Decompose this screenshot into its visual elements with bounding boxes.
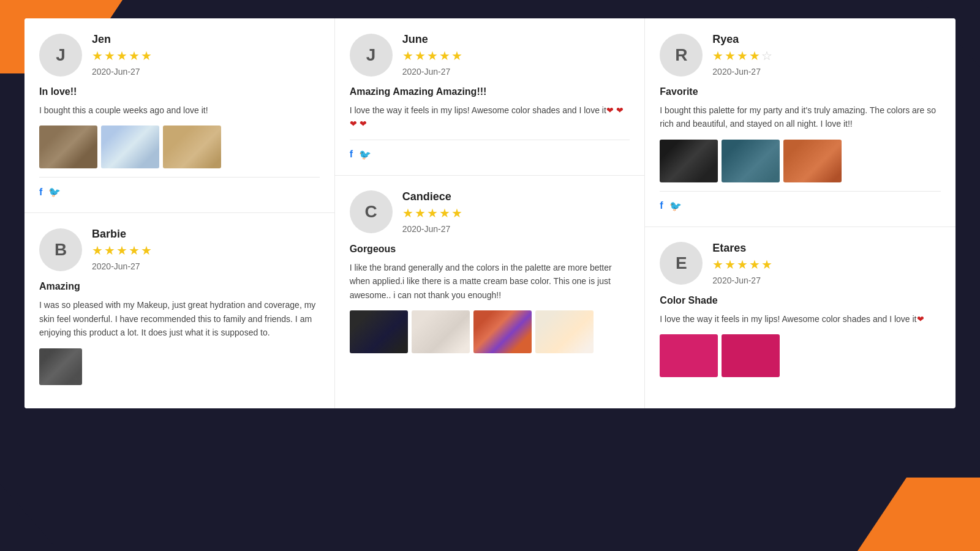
star-1: ★ [92, 48, 103, 63]
review-image-ryea-3 [783, 140, 842, 182]
review-image-candiece-3 [473, 310, 532, 353]
stars-barbie: ★ ★ ★ ★ ★ [92, 243, 152, 258]
review-date-candiece: 2020-Jun-27 [402, 224, 462, 234]
reviews-container: J Jen ★ ★ ★ ★ ★ 2020-Jun-27 In love!! I … [24, 18, 956, 408]
star-5: ★ [451, 48, 462, 63]
review-date-etares: 2020-Jun-27 [712, 276, 772, 285]
review-body-barbie: I was so pleased with my Makeup, just gr… [39, 298, 320, 339]
star-1: ★ [712, 257, 723, 272]
review-body-ryea: I bought this palette for my party and i… [660, 103, 941, 131]
review-image-etares-1 [660, 334, 718, 377]
review-images-candiece [350, 310, 630, 353]
star-5: ★ [141, 48, 152, 63]
social-icons-ryea: f 🐦 [660, 200, 941, 212]
review-date-ryea: 2020-Jun-27 [712, 67, 772, 77]
review-image-jen-3 [163, 126, 221, 168]
heart-2: ❤ [616, 105, 624, 115]
star-4: ★ [749, 257, 760, 272]
star-3: ★ [427, 206, 438, 220]
review-image-barbie-1 [39, 348, 82, 385]
reviewer-info-barbie: Barbie ★ ★ ★ ★ ★ 2020-Jun-27 [92, 228, 152, 271]
twitter-icon-ryea[interactable]: 🐦 [669, 200, 682, 212]
review-date-jen: 2020-Jun-27 [92, 67, 152, 77]
star-3: ★ [116, 48, 127, 63]
review-date-barbie: 2020-Jun-27 [92, 261, 152, 271]
avatar-candiece: C [350, 190, 393, 233]
review-title-ryea: Favorite [660, 86, 941, 97]
facebook-icon-ryea[interactable]: f [660, 200, 663, 211]
star-1: ★ [402, 206, 413, 220]
reviewer-info-june: June ★ ★ ★ ★ ★ 2020-Jun-27 [402, 33, 462, 77]
review-body-candiece: I like the brand generally and the color… [350, 261, 630, 302]
twitter-icon-june[interactable]: 🐦 [359, 149, 371, 160]
review-image-etares-2 [722, 334, 780, 377]
reviewer-info-ryea: Ryea ★ ★ ★ ★ ☆ 2020-Jun-27 [712, 33, 772, 77]
reviewer-info-candiece: Candiece ★ ★ ★ ★ ★ 2020-Jun-27 [402, 190, 462, 234]
reviewer-name-etares: Etares [712, 242, 772, 255]
facebook-icon-june[interactable]: f [350, 149, 353, 160]
avatar-ryea: R [660, 34, 703, 77]
stars-etares: ★ ★ ★ ★ ★ [712, 257, 772, 272]
review-images-barbie [39, 348, 320, 385]
star-3: ★ [427, 48, 438, 63]
star-2: ★ [104, 243, 115, 258]
star-2: ★ [725, 48, 736, 63]
star-3: ★ [737, 48, 748, 63]
star-5: ★ [141, 243, 152, 258]
reviewer-name-ryea: Ryea [712, 33, 772, 46]
reviewer-header-jen: J Jen ★ ★ ★ ★ ★ 2020-Jun-27 [39, 33, 320, 77]
reviewer-header-barbie: B Barbie ★ ★ ★ ★ ★ 2020-Jun-27 [39, 228, 320, 271]
star-1: ★ [712, 48, 723, 63]
reviewer-header-june: J June ★ ★ ★ ★ ★ 2020-Jun-27 [350, 33, 630, 77]
review-title-etares: Color Shade [660, 295, 941, 306]
reviewer-header-ryea: R Ryea ★ ★ ★ ★ ☆ 2020-Jun-27 [660, 33, 941, 77]
reviewer-name-june: June [402, 33, 462, 46]
reviewer-name-jen: Jen [92, 33, 152, 46]
heart-3: ❤ [350, 119, 357, 129]
review-body-jen: I bought this a couple weeks ago and lov… [39, 103, 320, 117]
star-2: ★ [725, 257, 736, 272]
review-image-candiece-2 [412, 310, 470, 353]
avatar-etares: E [660, 242, 703, 285]
facebook-icon-jen[interactable]: f [39, 187, 42, 198]
star-1: ★ [402, 48, 413, 63]
review-card-jen: J Jen ★ ★ ★ ★ ★ 2020-Jun-27 In love!! I … [24, 18, 334, 213]
review-column-2: J June ★ ★ ★ ★ ★ 2020-Jun-27 Amazing Ama… [335, 18, 646, 408]
reviewer-info-jen: Jen ★ ★ ★ ★ ★ 2020-Jun-27 [92, 33, 152, 77]
review-images-ryea [660, 140, 941, 182]
stars-ryea: ★ ★ ★ ★ ☆ [712, 48, 772, 63]
star-5: ★ [761, 257, 772, 272]
star-2: ★ [104, 48, 115, 63]
review-title-jen: In love!! [39, 86, 320, 97]
star-2: ★ [415, 206, 426, 220]
review-image-candiece-4 [535, 310, 594, 353]
reviewer-info-etares: Etares ★ ★ ★ ★ ★ 2020-Jun-27 [712, 242, 772, 285]
review-title-barbie: Amazing [39, 281, 320, 292]
twitter-icon-jen[interactable]: 🐦 [48, 186, 61, 198]
review-column-1: J Jen ★ ★ ★ ★ ★ 2020-Jun-27 In love!! I … [24, 18, 335, 408]
review-date-june: 2020-Jun-27 [402, 67, 462, 77]
star-2: ★ [415, 48, 426, 63]
star-1: ★ [92, 243, 103, 258]
review-image-ryea-1 [660, 140, 718, 182]
review-column-3: R Ryea ★ ★ ★ ★ ☆ 2020-Jun-27 Favorite I … [645, 18, 956, 408]
heart-1: ❤ [606, 105, 614, 115]
star-4: ★ [439, 48, 450, 63]
stars-jen: ★ ★ ★ ★ ★ [92, 48, 152, 63]
review-card-ryea: R Ryea ★ ★ ★ ★ ☆ 2020-Jun-27 Favorite I … [645, 18, 956, 227]
review-images-jen [39, 126, 320, 168]
heart-4: ❤ [360, 119, 367, 129]
reviewer-header-candiece: C Candiece ★ ★ ★ ★ ★ 2020-Jun-27 [350, 190, 630, 234]
reviewer-name-barbie: Barbie [92, 228, 152, 241]
star-3: ★ [116, 243, 127, 258]
star-4: ★ [129, 243, 140, 258]
reviewer-header-etares: E Etares ★ ★ ★ ★ ★ 2020-Jun-27 [660, 242, 941, 285]
star-3: ★ [737, 257, 748, 272]
social-icons-jen: f 🐦 [39, 186, 320, 198]
heart-etares: ❤ [917, 314, 924, 324]
stars-june: ★ ★ ★ ★ ★ [402, 48, 462, 63]
avatar-jen: J [39, 34, 82, 77]
stars-candiece: ★ ★ ★ ★ ★ [402, 206, 462, 220]
review-image-jen-1 [39, 126, 97, 168]
review-image-candiece-1 [350, 310, 408, 353]
